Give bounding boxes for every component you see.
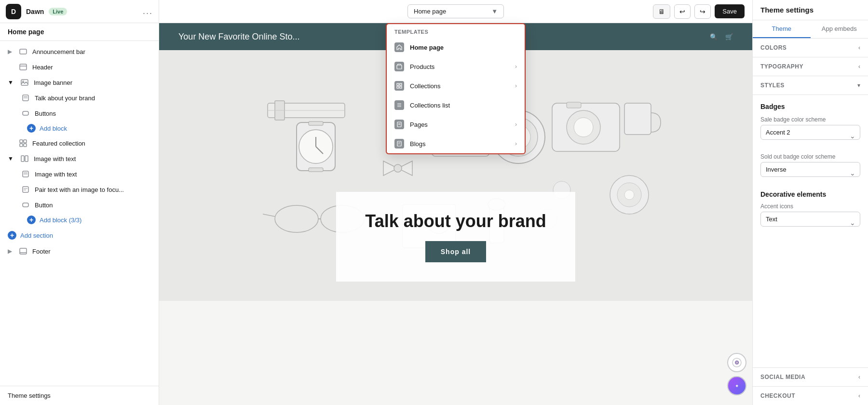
svg-rect-27 [397, 86, 399, 88]
checkout-chevron: ‹ [858, 392, 860, 399]
svg-point-74 [624, 190, 634, 200]
add-block-button[interactable]: + Add block [0, 121, 159, 135]
checkout-label: CHECKOUT [760, 392, 795, 399]
preview-nav-title: Your New Favorite Online Sto... [178, 32, 299, 42]
sidebar-item-pair-text[interactable]: Pair text with an image to focu... [0, 182, 159, 197]
redo-button[interactable]: ↪ [694, 4, 711, 19]
app-logo: D [6, 4, 21, 19]
add-block-3-button[interactable]: + Add block (3/3) [0, 213, 159, 227]
sidebar-item-image-with-text[interactable]: ▼ Image with text [0, 151, 159, 166]
products-icon [394, 62, 404, 71]
add-section-button[interactable]: + Add section [0, 227, 159, 243]
layout-icon [20, 155, 29, 162]
announcement-icon [19, 48, 27, 55]
colors-section[interactable]: COLORS ‹ [753, 39, 868, 57]
cart-icon: 🛒 [725, 33, 733, 40]
pair-text-label: Pair text with an image to focu... [35, 186, 124, 193]
collections-label: Collections [410, 82, 441, 90]
dropdown-item-home-page[interactable]: Home page [387, 38, 525, 57]
sale-badge-select[interactable]: Accent 2 Accent 1 Background 1 Backgroun… [760, 125, 860, 140]
help-button-2[interactable]: ✦ [727, 376, 746, 395]
sold-out-badge-select[interactable]: Inverse Default Accent 1 Accent 2 [760, 162, 860, 177]
hero-text-overlay: Talk about your brand Shop all [336, 192, 575, 282]
svg-rect-13 [21, 156, 24, 162]
tab-theme[interactable]: Theme [753, 20, 811, 38]
sidebar-item-buttons[interactable]: Buttons [0, 106, 159, 121]
svg-rect-0 [20, 49, 27, 54]
svg-rect-22 [20, 248, 27, 254]
chevron-right-icon-2: › [515, 82, 517, 89]
collections-list-icon [394, 100, 404, 110]
live-badge: Live [49, 8, 67, 15]
theme-settings-link[interactable]: Theme settings [0, 386, 159, 405]
sidebar-item-button-block[interactable]: Button [0, 197, 159, 213]
featured-collection-icon [19, 139, 27, 147]
help-button-1[interactable]: ⚙ [727, 353, 746, 372]
accent-icons-select-wrapper: Text None Icon [760, 212, 860, 233]
sale-badge-select-wrapper: Accent 2 Accent 1 Background 1 Backgroun… [760, 125, 860, 147]
sidebar-item-talk-about-brand[interactable]: Talk about your brand [0, 90, 159, 106]
svg-rect-10 [24, 140, 27, 143]
hero-title: Talk about your brand [365, 211, 546, 231]
dropdown-item-blogs[interactable]: Blogs › [387, 134, 525, 153]
styles-chevron: ▾ [857, 82, 860, 89]
blogs-icon [394, 139, 404, 148]
svg-rect-8 [23, 111, 28, 115]
sidebar-item-header[interactable]: ▶ Header [0, 59, 159, 75]
templates-section-header: TEMPLATES [387, 24, 525, 38]
svg-rect-28 [400, 86, 402, 88]
sidebar-item-image-banner[interactable]: ▼ Image banner [0, 75, 159, 90]
accent-icons-select[interactable]: Text None Icon [760, 212, 860, 227]
add-block-label: Add block [40, 125, 67, 132]
typography-chevron: ‹ [858, 63, 860, 70]
chevron-right-icon-4: › [515, 140, 517, 147]
svg-rect-21 [23, 203, 28, 207]
styles-section[interactable]: STYLES ▾ [753, 76, 868, 95]
dropdown-item-collections-list[interactable]: Collections list [387, 95, 525, 115]
footer-label: Footer [32, 248, 51, 255]
page-title-bar: Home page [0, 23, 159, 41]
more-options-button[interactable]: ... [143, 6, 153, 16]
add-block-3-label: Add block (3/3) [40, 216, 81, 224]
svg-rect-26 [400, 83, 402, 85]
svg-rect-1 [20, 64, 27, 70]
checkout-section[interactable]: CHECKOUT ‹ [753, 386, 868, 405]
top-bar: D Dawn Live ... [0, 0, 159, 23]
collections-icon [394, 81, 404, 91]
text-block-icon [21, 94, 30, 102]
accent-icons-label: Accent icons [760, 203, 860, 210]
dropdown-item-pages[interactable]: Pages › [387, 115, 525, 134]
sidebar-item-announcement-bar[interactable]: ▶ Announcement bar [0, 44, 159, 59]
svg-line-58 [263, 214, 275, 216]
desktop-view-button[interactable]: 🖥 [653, 4, 670, 19]
save-button[interactable]: Save [715, 4, 745, 18]
text-small-icon [21, 186, 30, 193]
header-icon [19, 63, 27, 71]
sidebar-item-featured-collection[interactable]: ▶ Featured collection [0, 135, 159, 151]
sold-out-badge-label: Sold out badge color scheme [760, 153, 860, 160]
svg-rect-11 [20, 144, 23, 147]
social-media-section[interactable]: SOCIAL MEDIA ‹ [753, 367, 868, 386]
badges-title: Badges [760, 103, 860, 110]
dropdown-item-collections[interactable]: Collections › [387, 76, 525, 95]
buttons-label: Buttons [35, 110, 56, 117]
typography-label: TYPOGRAPHY [760, 63, 803, 70]
dropdown-item-products[interactable]: Products › [387, 57, 525, 76]
image-with-text-label: Image with text [34, 155, 76, 162]
sidebar-item-footer[interactable]: ▶ Footer [0, 243, 159, 259]
undo-button[interactable]: ↩ [674, 4, 691, 19]
typography-section[interactable]: TYPOGRAPHY ‹ [753, 57, 868, 76]
svg-rect-9 [20, 140, 23, 143]
colors-chevron: ‹ [858, 44, 860, 51]
right-tabs: Theme App embeds [753, 20, 868, 39]
floating-action-buttons: ⚙ ✦ [727, 353, 746, 395]
styles-label: STYLES [760, 82, 785, 89]
preview-nav-icons: 🔍 🛒 [710, 33, 733, 40]
tab-app-embeds[interactable]: App embeds [811, 20, 868, 38]
blogs-label: Blogs [410, 140, 426, 148]
page-selector[interactable]: Home page ▼ [407, 4, 504, 18]
hero-shop-button[interactable]: Shop all [425, 241, 486, 262]
sidebar-item-image-with-text-block[interactable]: Image with text [0, 166, 159, 182]
button-block-icon [21, 109, 30, 117]
add-icon-2: + [27, 216, 36, 224]
